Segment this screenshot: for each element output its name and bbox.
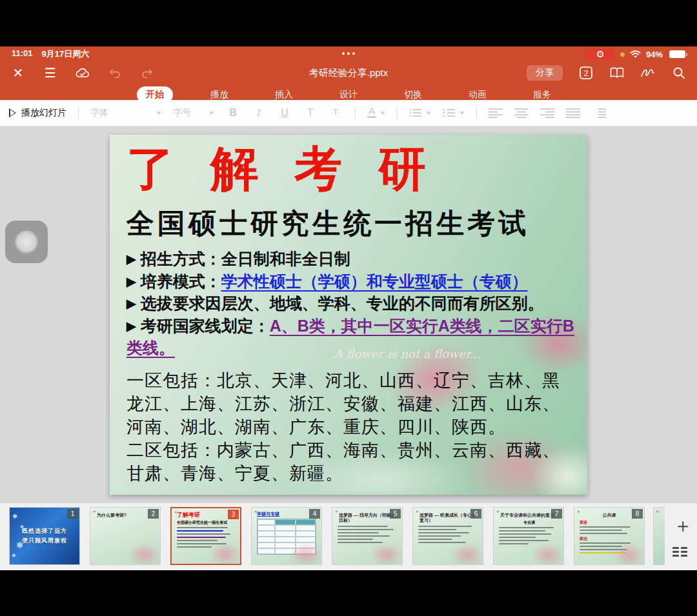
bullet-list-button[interactable] (409, 108, 431, 118)
decrease-font-button[interactable]: T, (329, 107, 343, 119)
ink-pen-icon[interactable] (640, 65, 656, 81)
thumbnail-text-placeholder (332, 526, 402, 543)
align-justify-button[interactable] (566, 108, 580, 118)
slide-thumbnail-1[interactable]: 既然选择了远方便只顾风雨兼程❅❅❅❅1 (9, 507, 80, 565)
assistive-touch-button[interactable] (5, 221, 48, 263)
bullet-text: 培养模式： (141, 272, 221, 290)
multitask-indicator[interactable] (342, 52, 355, 55)
slide-thumbnail-3[interactable]: ✦了解考研全国硕士研究生统一招生考试3 (170, 507, 241, 565)
line-spacing-button[interactable] (592, 108, 606, 118)
text-line (418, 535, 461, 537)
slide-thumbnail-2[interactable]: ✦为什么要考研?2 (90, 507, 161, 565)
screen-recording-indicator[interactable] (585, 49, 615, 60)
thumbnail-text-placeholder (413, 526, 483, 543)
table-cell (258, 542, 275, 548)
reading-view-icon[interactable] (609, 65, 625, 81)
font-size-select[interactable]: 字号 (173, 107, 214, 119)
table-cell (296, 537, 316, 542)
table-cell (258, 537, 275, 542)
thumbnail-number-badge: 6 (470, 509, 481, 519)
flower-decoration (370, 543, 403, 565)
share-button[interactable]: 分享 (527, 65, 563, 81)
editing-canvas[interactable]: A flower is not a flower... 了解考研 全国硕士研究生… (0, 126, 697, 503)
increase-font-button[interactable]: T (303, 107, 318, 119)
play-slideshow-button[interactable]: 播放幻灯片 (9, 107, 66, 119)
slide-sorter-icon[interactable] (672, 547, 687, 557)
undo-icon[interactable] (107, 65, 123, 81)
text-line (177, 533, 230, 535)
underline-button[interactable]: U (278, 107, 292, 119)
redo-icon[interactable] (139, 65, 155, 81)
align-right-button[interactable] (540, 108, 554, 118)
thumbnail-text-line: 便只顾风雨兼程 (22, 537, 67, 545)
flower-decoration (612, 543, 645, 565)
italic-button[interactable]: I (252, 107, 266, 119)
slide-bullet-list[interactable]: ▶招生方式：全日制和非全日制▶培养模式：学术性硕士（学硕）和专业型硕士（专硕）▶… (126, 248, 577, 359)
text-line (418, 529, 456, 530)
flower-decoration (451, 543, 483, 565)
thumbnail-number-badge: 8 (632, 509, 643, 519)
table-cell (296, 531, 316, 537)
snowflake-icon: ❅ (12, 513, 17, 520)
chevron-down-icon (209, 112, 214, 115)
thumbnail-title: 公共课 (578, 513, 640, 518)
thumbnail-text-line: 既然选择了远方 (22, 527, 67, 535)
table-cell (258, 548, 275, 554)
text-line (338, 539, 373, 540)
slide-thumbnail-4[interactable]: ✦学硕与专硕4 (251, 507, 322, 565)
current-slide[interactable]: A flower is not a flower... 了解考研 全国硕士研究生… (110, 135, 587, 495)
flower-decoration (209, 542, 241, 565)
status-time: 11:01 (12, 48, 33, 60)
wps-presentation-app: 11:01 9月17日周六 94% ✕ ☰ (0, 46, 697, 570)
star-icon: ✦ (576, 509, 581, 515)
slide-thumbnail-7[interactable]: ✦关于专业课和公共课的复习专业课7 (493, 507, 564, 565)
text-line (418, 526, 472, 527)
close-icon[interactable]: ✕ (10, 65, 26, 81)
add-slide-button[interactable]: ＋ (670, 515, 696, 537)
text-line (338, 532, 379, 533)
snowflake-icon: ❅ (12, 553, 16, 559)
text-line (177, 546, 212, 548)
slide-thumbnail-partial[interactable]: ✦ (653, 507, 665, 565)
font-color-button[interactable]: A (367, 106, 385, 120)
slide-thumbnail-6[interactable]: ✦追梦路 — 积累成长（专心做复习）6 (412, 507, 483, 565)
flower-decoration (290, 543, 322, 565)
align-center-button[interactable] (514, 108, 529, 118)
flower-decoration (532, 543, 564, 565)
slide-bullet-4[interactable]: ▶考研国家线划定：A、B类，其中一区实行A类线，二区实行B类线。 (126, 315, 577, 359)
format-toolbar: 播放幻灯片 字体 字号 B I U T T, A (0, 100, 697, 126)
window-count-icon[interactable]: 2 (578, 65, 594, 81)
align-left-button[interactable] (489, 108, 503, 118)
svg-text:2: 2 (584, 69, 589, 78)
screen: 11:01 9月17日周六 94% ✕ ☰ (0, 0, 697, 616)
slide-subtitle[interactable]: 全国硕士研究生统一招生考试 (126, 205, 577, 243)
numbered-list-button[interactable] (443, 108, 465, 118)
font-family-select[interactable]: 字体 (90, 107, 161, 119)
assistive-touch-icon (15, 230, 38, 253)
table-cell (258, 519, 275, 525)
menu-icon[interactable]: ☰ (43, 65, 58, 81)
text-line (177, 540, 217, 541)
star-icon: ✦ (174, 510, 178, 515)
star-icon: ✦ (254, 509, 258, 515)
slide-thumbnail-8[interactable]: ✦公共课英语政治8 (574, 507, 645, 565)
text-line (177, 537, 226, 538)
chevron-down-icon (156, 112, 161, 115)
slide-thumbnail-5[interactable]: ✦追梦路 — 找寻方向（明确的目标）5 (332, 507, 403, 565)
thumbnail-number-badge: 5 (390, 509, 401, 519)
bold-button[interactable]: B (226, 107, 240, 119)
slide-bullet-2[interactable]: ▶培养模式：学术性硕士（学硕）和专业型硕士（专硕） (126, 270, 577, 293)
slide-title[interactable]: 了解考研 (126, 143, 577, 195)
bullet-link-text[interactable]: 学术性硕士（学硕）和专业型硕士（专硕） (221, 272, 528, 290)
thumbnail-title: 学硕与专硕 (257, 511, 318, 517)
cloud-save-icon[interactable] (75, 65, 90, 81)
table-cell (275, 525, 296, 531)
text-line (418, 532, 469, 533)
thumbnail-number-badge: 3 (228, 510, 239, 519)
slide-bullet-1[interactable]: ▶招生方式：全日制和非全日制 (126, 248, 577, 270)
search-icon[interactable] (671, 65, 687, 81)
slide-filmstrip: 既然选择了远方便只顾风雨兼程❅❅❅❅1✦为什么要考研?2✦了解考研全国硕士研究生… (0, 503, 697, 570)
slide-body-text[interactable]: 一区包括：北京、天津、河北、山西、辽宁、吉林、黑龙江、上海、江苏、浙江、安徽、福… (126, 370, 577, 486)
bullet-arrow-icon: ▶ (126, 252, 136, 266)
slide-bullet-3[interactable]: ▶选拔要求因层次、地域、学科、专业的不同而有所区别。 (126, 292, 577, 315)
